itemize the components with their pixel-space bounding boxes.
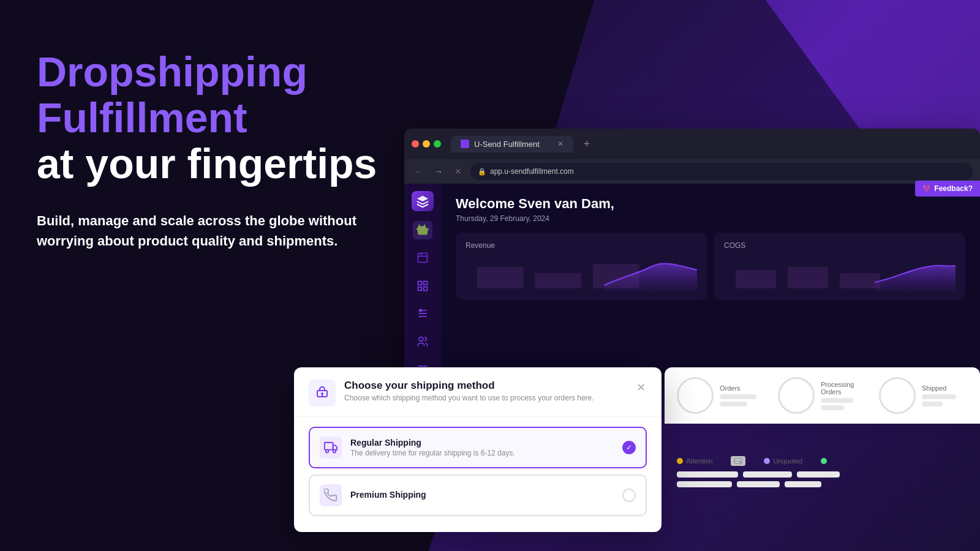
svg-rect-13 [535, 273, 581, 288]
hero-section: Dropshipping Fulfillment at your fingert… [37, 49, 404, 251]
dot-red[interactable] [412, 140, 419, 148]
tab-title: U-Send Fulfillment [474, 140, 540, 149]
attention-badge: Attention [677, 457, 712, 465]
orders-lines [720, 394, 766, 407]
unquoted-label: Unquoted [773, 457, 802, 465]
sidebar-logo[interactable] [412, 191, 434, 211]
hero-subtext: Build, manage and scale across the globe… [37, 211, 368, 251]
order-line-1 [720, 394, 756, 399]
svg-rect-21 [325, 443, 333, 450]
regular-shipping-option[interactable]: Regular Shipping The delivery time for r… [309, 427, 647, 468]
modal-header: Choose your shipping method Choose which… [294, 367, 662, 417]
premium-shipping-info: Premium Shipping [350, 490, 614, 501]
browser-window: U-Send Fulfillment ✕ + ← → ✕ 🔒 app.u-sen… [404, 129, 980, 386]
svg-rect-16 [788, 267, 828, 288]
regular-shipping-info: Regular Shipping The delivery time for r… [350, 438, 614, 457]
cogs-chart [724, 255, 956, 291]
orders-circle [677, 377, 714, 414]
sidebar-item-shopify[interactable] [413, 221, 432, 239]
icon-small [731, 456, 745, 466]
processing-line-2 [821, 405, 844, 410]
tab-close-icon[interactable]: ✕ [557, 140, 564, 148]
svg-point-7 [420, 310, 421, 312]
premium-shipping-icon [320, 484, 342, 506]
orders-label: Orders [720, 384, 766, 392]
refresh-button[interactable]: ✕ [451, 164, 466, 179]
lock-icon: 🔒 [478, 168, 486, 176]
dot-yellow[interactable] [423, 140, 430, 148]
modal-close-button[interactable]: ✕ [635, 380, 647, 395]
regular-shipping-icon [320, 437, 342, 459]
svg-rect-17 [840, 273, 880, 288]
address-bar[interactable]: 🔒 app.u-sendfulfillment.com [470, 163, 973, 180]
browser-chrome: U-Send Fulfillment ✕ + [404, 129, 980, 159]
row-cell-1 [677, 471, 738, 478]
attention-label: Attention [686, 457, 712, 465]
feedback-heart-icon: 💜 [922, 184, 932, 193]
shipped-label: Shipped [922, 384, 968, 392]
table-rows [677, 471, 968, 487]
table-row [677, 471, 968, 478]
svg-rect-1 [424, 281, 428, 285]
welcome-date: Thursday, 29 February, 2024 [456, 214, 965, 223]
svg-point-8 [419, 337, 423, 341]
shipped-lines [922, 394, 968, 407]
main-panel: Welcome Sven van Dam, Thursday, 29 Febru… [441, 184, 980, 386]
row-cell-2 [743, 471, 792, 478]
browser-tab[interactable]: U-Send Fulfillment ✕ [451, 136, 573, 152]
regular-shipping-desc: The delivery time for regular shipping i… [350, 449, 614, 457]
row-cell-3 [797, 471, 840, 478]
premium-shipping-name: Premium Shipping [350, 490, 614, 500]
sidebar-item-users[interactable] [413, 332, 432, 350]
shipped-circle [879, 377, 916, 414]
revenue-card: Revenue [456, 233, 707, 300]
revenue-chart [466, 255, 697, 291]
unquoted-dot [764, 458, 770, 464]
cogs-label: COGS [724, 241, 956, 250]
browser-dots [412, 140, 441, 148]
svg-rect-2 [418, 287, 422, 290]
tab-favicon [461, 140, 469, 148]
sidebar-item-puzzle[interactable] [413, 249, 432, 267]
bottom-table-rows [665, 471, 980, 487]
stats-row: Revenue [456, 233, 965, 300]
new-tab-button[interactable]: + [578, 135, 595, 152]
svg-point-22 [326, 450, 329, 453]
regular-shipping-check[interactable]: ✓ [622, 441, 636, 454]
svg-rect-12 [477, 267, 524, 288]
modal-text: Choose your shipping method Choose which… [344, 380, 594, 402]
feedback-label: Feedback? [934, 184, 973, 193]
bottom-badges: Attention Unquoted [665, 456, 839, 466]
svg-rect-0 [418, 281, 422, 285]
row-cell-1 [677, 481, 732, 487]
modal-body: Regular Shipping The delivery time for r… [294, 417, 662, 532]
headline-purple: Dropshipping Fulfillment [37, 48, 307, 141]
forward-button[interactable]: → [431, 164, 446, 179]
dot-green[interactable] [434, 140, 441, 148]
svg-point-19 [321, 392, 323, 395]
modal-subtitle: Choose which shipping method you want to… [344, 394, 594, 402]
cogs-card: COGS [714, 233, 965, 300]
order-line-2 [720, 402, 747, 407]
unquoted-badge: Unquoted [764, 457, 802, 465]
headline-white: at your fingertips [37, 140, 377, 187]
modal-title: Choose your shipping method [344, 380, 594, 392]
headline: Dropshipping Fulfillment at your fingert… [37, 49, 404, 186]
sidebar-item-grid[interactable] [413, 277, 432, 294]
regular-shipping-name: Regular Shipping [350, 438, 614, 448]
premium-shipping-option[interactable]: Premium Shipping [309, 474, 647, 516]
feedback-button[interactable]: 💜 Feedback? [915, 181, 980, 197]
shipped-line-2 [922, 402, 943, 407]
table-row [677, 481, 968, 487]
green-dot [821, 458, 827, 464]
svg-rect-15 [736, 270, 776, 288]
sidebar-item-filter[interactable] [413, 305, 432, 323]
app-content: Welcome Sven van Dam, Thursday, 29 Febru… [404, 184, 980, 386]
premium-shipping-check[interactable] [622, 489, 636, 502]
svg-rect-24 [734, 458, 742, 464]
right-stats-panel: Orders Processing Orders Shipped [665, 367, 980, 424]
back-button[interactable]: ← [412, 164, 426, 179]
modal-icon [309, 380, 336, 407]
processing-label: Processing Orders [821, 381, 867, 395]
svg-point-23 [333, 450, 336, 453]
